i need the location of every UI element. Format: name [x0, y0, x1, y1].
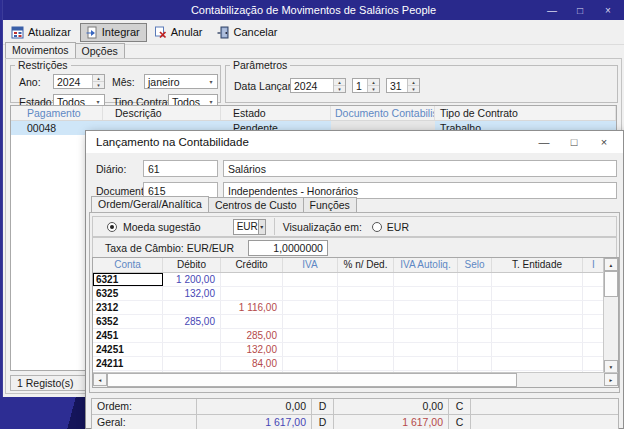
cell-ivaa[interactable]	[394, 301, 458, 314]
cell-i[interactable]	[583, 329, 604, 342]
maximize-icon[interactable]: □	[566, 0, 594, 20]
grid-row[interactable]: 2451 285,00	[93, 329, 618, 343]
taxa-cambio-field[interactable]: 1,0000000	[248, 240, 328, 256]
cell-tent[interactable]	[492, 287, 583, 300]
cell-selo[interactable]	[458, 357, 492, 370]
vertical-scroll-thumb[interactable]	[604, 271, 618, 297]
cell-iva[interactable]	[283, 343, 338, 356]
cell-selo[interactable]	[458, 287, 492, 300]
col-credito[interactable]: Crédito	[221, 258, 283, 272]
col-t-entidade[interactable]: T. Entidade	[492, 258, 583, 272]
grid-row[interactable]: 6352 285,00	[93, 315, 618, 329]
cell-i[interactable]	[583, 287, 604, 300]
col-estado[interactable]: Estado	[221, 106, 331, 120]
cell-credito[interactable]: 132,00	[221, 343, 283, 356]
horizontal-scroll-thumb[interactable]	[107, 373, 517, 387]
tab-opcoes[interactable]: Opções	[75, 43, 125, 58]
cell-i[interactable]	[583, 273, 604, 286]
cell-ded[interactable]	[338, 301, 394, 314]
cancelar-button[interactable]: Cancelar	[212, 23, 285, 42]
cell-debito[interactable]: 132,00	[163, 287, 221, 300]
cell-ded[interactable]	[338, 329, 394, 342]
data-mes-spin-buttons[interactable]: ▴▾	[367, 79, 379, 92]
cell-selo[interactable]	[458, 343, 492, 356]
col-debito[interactable]: Débito	[163, 258, 221, 272]
close-icon[interactable]: ×	[589, 131, 619, 153]
cell-ivaa[interactable]	[394, 273, 458, 286]
cell-i[interactable]	[583, 343, 604, 356]
data-dia-spin-buttons[interactable]: ▴▾	[407, 79, 419, 92]
cell-credito[interactable]: 1 116,00	[221, 301, 283, 314]
tab-ordem-geral-analitica[interactable]: Ordem/Geral/Analítica	[91, 196, 209, 212]
minimize-icon[interactable]: —	[538, 0, 566, 20]
grid-row[interactable]: 6325 132,00	[93, 287, 618, 301]
cell-i[interactable]	[583, 315, 604, 328]
cell-debito[interactable]: 285,00	[163, 315, 221, 328]
moeda-sugestao-radio[interactable]	[107, 222, 117, 232]
scroll-left-icon[interactable]: ◂	[93, 373, 107, 386]
col-partial[interactable]: I	[583, 258, 604, 272]
tab-centros-de-custo[interactable]: Centros de Custo	[208, 197, 304, 212]
col-selo[interactable]: Selo	[458, 258, 492, 272]
data-mes-spinner[interactable]: 1 ▴▾	[352, 78, 380, 93]
cell-ivaa[interactable]	[394, 357, 458, 370]
col-documento-contabilistico[interactable]: Documento Contabilistico	[331, 106, 435, 120]
cell-ivaa[interactable]	[394, 315, 458, 328]
cell-debito[interactable]	[163, 329, 221, 342]
close-icon[interactable]: ×	[594, 0, 622, 20]
col-tipo-de-contrato[interactable]: Tipo de Contrato	[435, 106, 616, 120]
minimize-icon[interactable]: —	[529, 131, 559, 153]
cell-debito[interactable]	[163, 357, 221, 370]
anular-button[interactable]: Anular	[149, 23, 210, 42]
cell-conta[interactable]: 24251	[93, 343, 163, 356]
vertical-scrollbar[interactable]: ▴ ▾	[603, 258, 618, 373]
cell-iva[interactable]	[283, 273, 338, 286]
cell-ded[interactable]	[338, 357, 394, 370]
col-descricao[interactable]: Descrição	[103, 106, 221, 120]
diario-code-field[interactable]: 61	[143, 160, 218, 177]
cell-i[interactable]	[583, 357, 604, 370]
grid-row[interactable]: 2312 1 116,00	[93, 301, 618, 315]
cell-conta[interactable]: 6321	[93, 273, 163, 286]
col-perc-ded[interactable]: % n/ Ded.	[338, 258, 394, 272]
cell-ded[interactable]	[338, 273, 394, 286]
cell-credito[interactable]	[221, 315, 283, 328]
cell-ivaa[interactable]	[394, 329, 458, 342]
cell-selo[interactable]	[458, 301, 492, 314]
cell-iva[interactable]	[283, 315, 338, 328]
cell-iva[interactable]	[283, 301, 338, 314]
integrar-button[interactable]: Integrar	[80, 23, 147, 42]
cell-credito[interactable]	[221, 287, 283, 300]
moeda-combobox[interactable]: EUR ▾	[233, 219, 266, 235]
cell-conta[interactable]: 6352	[93, 315, 163, 328]
data-ano-spin-buttons[interactable]: ▴▾	[333, 79, 345, 92]
cell-credito[interactable]: 285,00	[221, 329, 283, 342]
cell-debito[interactable]: 1 200,00	[163, 273, 221, 286]
col-iva-autoliq[interactable]: IVA Autoliq.	[394, 258, 458, 272]
scroll-up-icon[interactable]: ▴	[604, 258, 618, 271]
ano-spin-buttons[interactable]: ▴▾	[92, 75, 104, 88]
cell-credito[interactable]	[221, 273, 283, 286]
atualizar-button[interactable]: Atualizar	[6, 23, 78, 42]
maximize-icon[interactable]: □	[559, 131, 589, 153]
cell-selo[interactable]	[458, 273, 492, 286]
tab-movimentos[interactable]: Movimentos	[5, 42, 76, 58]
cell-debito[interactable]	[163, 343, 221, 356]
cell-tent[interactable]	[492, 301, 583, 314]
cell-tent[interactable]	[492, 273, 583, 286]
cell-conta[interactable]: 2451	[93, 329, 163, 342]
col-conta[interactable]: Conta	[93, 258, 163, 272]
cell-ded[interactable]	[338, 343, 394, 356]
horizontal-scrollbar[interactable]: ◂ ▸	[93, 372, 618, 387]
tab-funcoes[interactable]: Funções	[303, 197, 357, 212]
grid-row[interactable]: 24211 84,00	[93, 357, 618, 371]
cell-selo[interactable]	[458, 315, 492, 328]
grid-row[interactable]: 24251 132,00	[93, 343, 618, 357]
cell-iva[interactable]	[283, 357, 338, 370]
data-dia-spinner[interactable]: 31 ▴▾	[386, 78, 420, 93]
cell-conta[interactable]: 2312	[93, 301, 163, 314]
cell-i[interactable]	[583, 301, 604, 314]
cell-iva[interactable]	[283, 287, 338, 300]
scroll-right-icon[interactable]: ▸	[604, 373, 618, 386]
cell-credito[interactable]: 84,00	[221, 357, 283, 370]
